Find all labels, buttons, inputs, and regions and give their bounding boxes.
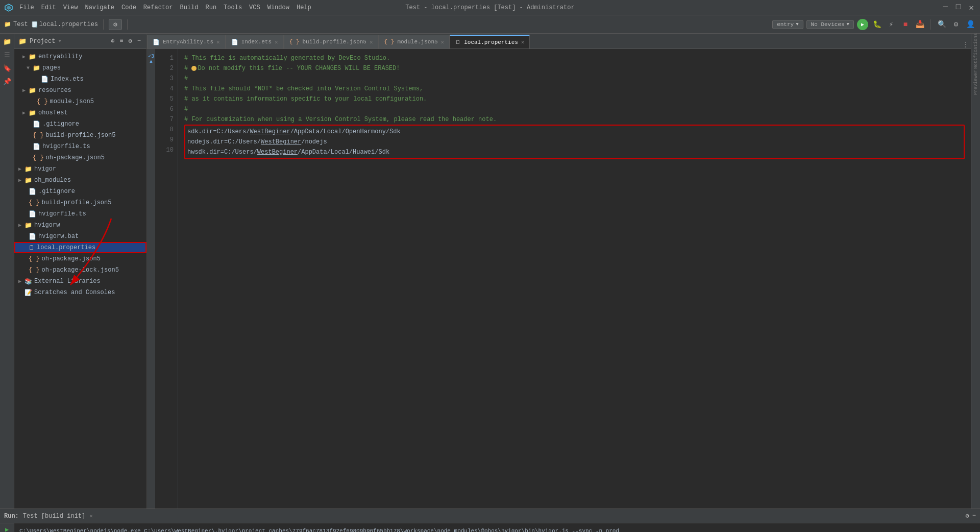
menu-run[interactable]: Run	[202, 3, 219, 12]
close-btn[interactable]: ✕	[967, 3, 976, 13]
terminal-area[interactable]: C:\Users\WestBeginer\nodejs\node.exe C:\…	[14, 523, 980, 532]
tree-item[interactable]: ▶ 📄 hvigorfile.ts	[14, 208, 146, 220]
bottom-panel: Run: Test [build init] ✕ ⚙ − ▶ ↑ ■ ⇄ ↓ 📌…	[0, 509, 980, 532]
code-line-5: # as it contains information specific to…	[184, 94, 965, 104]
tab-close-build-profile[interactable]: ✕	[370, 39, 373, 45]
tree-item[interactable]: ▶ 📁 ohosTest	[14, 107, 146, 118]
tree-item[interactable]: ▶ 📄 hvigorw.bat	[14, 231, 146, 242]
run-tab-close[interactable]: ✕	[89, 513, 93, 519]
entry-dropdown[interactable]: entry ▼	[772, 20, 803, 29]
user-button[interactable]: 👤	[965, 19, 976, 30]
gutter-indicator: ✓3 ▲	[147, 49, 155, 509]
code-line-9: nodejs.dir=C:/Users/WestBeginer/nodejs	[185, 137, 964, 147]
tree-item[interactable]: ▶ { } module.json5	[14, 96, 146, 107]
minimize-btn[interactable]: ─	[941, 3, 950, 13]
tab-settings-icon[interactable]: ⋮	[962, 40, 969, 49]
toolbar-separator-3	[930, 19, 931, 30]
app-icon	[4, 3, 13, 12]
sidebar-project-icon[interactable]: 📁	[1, 36, 13, 48]
menu-window[interactable]: Window	[264, 3, 292, 12]
sidebar-bookmarks-icon[interactable]: 🔖	[1, 62, 13, 75]
tree-item[interactable]: ▶ { } build-profile.json5	[14, 130, 146, 141]
code-line-2: # Do not modify this file -- YOUR CHANGE…	[184, 63, 965, 74]
tree-item[interactable]: ▶ 📁 entryability	[14, 51, 146, 62]
menu-view[interactable]: View	[60, 3, 81, 12]
notifications-panel-icon[interactable]: Notifications	[972, 36, 979, 66]
tree-item[interactable]: ▶ 📄 Index.ets	[14, 74, 146, 85]
menu-file[interactable]: File	[16, 3, 37, 12]
tree-item[interactable]: ▶ 📚 External Libraries	[14, 276, 146, 287]
run-tab-label[interactable]: Test [build init]	[23, 513, 85, 520]
tab-close-local-properties[interactable]: ✕	[521, 39, 525, 45]
settings-global-button[interactable]: ⚙	[950, 19, 962, 30]
toolbar-right: entry ▼ No Devices ▼ ▶ 🐛 ⚡ ■ 📥 🔍 ⚙ 👤	[772, 19, 976, 30]
tab-local-properties[interactable]: 🗒 local.properties ✕	[450, 35, 530, 49]
tree-item[interactable]: ▶ 📁 hvigorw	[14, 220, 146, 231]
tree-item[interactable]: ▶ { } oh-package-lock.json5	[14, 264, 146, 276]
tree-settings-icon[interactable]: ⚙	[127, 37, 134, 45]
tab-entryability[interactable]: 📄 EntryAbility.ts ✕	[147, 35, 226, 49]
run-label: Run:	[4, 513, 19, 520]
menu-vcs[interactable]: VCS	[246, 3, 263, 12]
menu-help[interactable]: Help	[293, 3, 314, 12]
settings-icon[interactable]: ⚙	[966, 512, 969, 520]
tree-item[interactable]: ▶ { } build-profile.json5	[14, 197, 146, 208]
code-line-7: # For customization when using a Version…	[184, 114, 965, 125]
bottom-panel-icons: ⚙ −	[966, 512, 976, 520]
sidebar-structure-icon[interactable]: ☰	[1, 49, 13, 61]
install-button[interactable]: 📥	[914, 19, 925, 30]
file-tree-content: ▶ 📁 entryability ▼ 📁 pages ▶ 📄 Index.ets…	[14, 49, 146, 300]
search-button[interactable]: 🔍	[936, 19, 947, 30]
tree-collapse-icon[interactable]: ≡	[118, 37, 125, 45]
sidebar-pin-icon[interactable]: 📌	[1, 76, 13, 88]
menu-code[interactable]: Code	[118, 3, 139, 12]
tree-item[interactable]: ▶ 📝 Scratches and Consoles	[14, 287, 146, 298]
settings-btn[interactable]: ⚙	[109, 19, 122, 30]
tab-module-json5[interactable]: { } module.json5 ✕	[379, 35, 450, 49]
tree-item[interactable]: ▶ 📁 resources	[14, 85, 146, 96]
menu-edit[interactable]: Edit	[38, 3, 59, 12]
code-line-8: sdk.dir=C:/Users/WestBeginer/AppData/Loc…	[185, 127, 964, 137]
editor-content: ✓3 ▲ 1 2 3 4 5 6 7 8 9 10 # This file is…	[147, 49, 971, 509]
svg-marker-1	[7, 6, 11, 10]
left-sidebar: 📁 ☰ 🔖 📌	[0, 34, 14, 509]
code-line-6: #	[184, 104, 965, 114]
profile-button[interactable]: ⚡	[886, 19, 897, 30]
tab-build-profile[interactable]: { } build-profile.json5 ✕	[284, 35, 379, 49]
no-devices-dropdown[interactable]: No Devices ▼	[806, 20, 854, 29]
stop-button[interactable]: ■	[900, 19, 911, 30]
bottom-left-icons: ▶ ↑ ■ ⇄ ↓ 📌 🗑	[0, 523, 14, 532]
tree-item[interactable]: ▶ { } oh-package.json5	[14, 152, 146, 163]
menu-tools[interactable]: Tools	[220, 3, 245, 12]
tab-bar: 📄 EntryAbility.ts ✕ 📄 Index.ets ✕ { } bu…	[147, 34, 971, 49]
close-panel-icon[interactable]: −	[972, 512, 976, 520]
terminal-line: C:\Users\WestBeginer\nodejs\node.exe C:\…	[19, 526, 975, 532]
tab-close-entryability[interactable]: ✕	[216, 39, 220, 45]
tree-item[interactable]: ▶ { } oh-package.json5	[14, 253, 146, 264]
menu-refactor[interactable]: Refactor	[140, 3, 176, 12]
code-area[interactable]: # This file is automatically generated b…	[178, 49, 971, 509]
tab-close-index[interactable]: ✕	[275, 39, 278, 45]
code-line-3: #	[184, 74, 965, 84]
tree-hide-icon[interactable]: −	[136, 37, 142, 45]
tree-item[interactable]: ▶ 📄 hvigorfile.ts	[14, 141, 146, 152]
tree-item-local-properties[interactable]: ▶ 🗒 local.properties	[14, 242, 146, 253]
menu-navigate[interactable]: Navigate	[82, 3, 117, 12]
tree-expand-icon[interactable]: ⊕	[109, 37, 116, 45]
tree-item[interactable]: ▶ 📄 .gitignore	[14, 186, 146, 197]
tree-item[interactable]: ▶ 📁 oh_modules	[14, 175, 146, 186]
tree-item[interactable]: ▶ 📄 .gitignore	[14, 118, 146, 130]
run-button[interactable]: ▶	[857, 19, 868, 30]
tree-item[interactable]: ▶ 📁 hvigor	[14, 163, 146, 175]
window-controls: ─ □ ✕	[941, 3, 976, 13]
menu-build[interactable]: Build	[177, 3, 201, 12]
window-title: Test - local.properties [Test] - Adminis…	[405, 4, 574, 11]
tree-item[interactable]: ▼ 📁 pages	[14, 62, 146, 74]
tab-index[interactable]: 📄 Index.ets ✕	[226, 35, 284, 49]
maximize-btn[interactable]: □	[954, 3, 963, 13]
debug-button[interactable]: 🐛	[871, 19, 883, 30]
previewer-panel-icon[interactable]: Previewer	[972, 67, 979, 98]
toolbar-separator-2	[127, 19, 128, 30]
tab-close-module-json5[interactable]: ✕	[441, 39, 445, 45]
run-icon[interactable]: ▶	[2, 525, 13, 532]
